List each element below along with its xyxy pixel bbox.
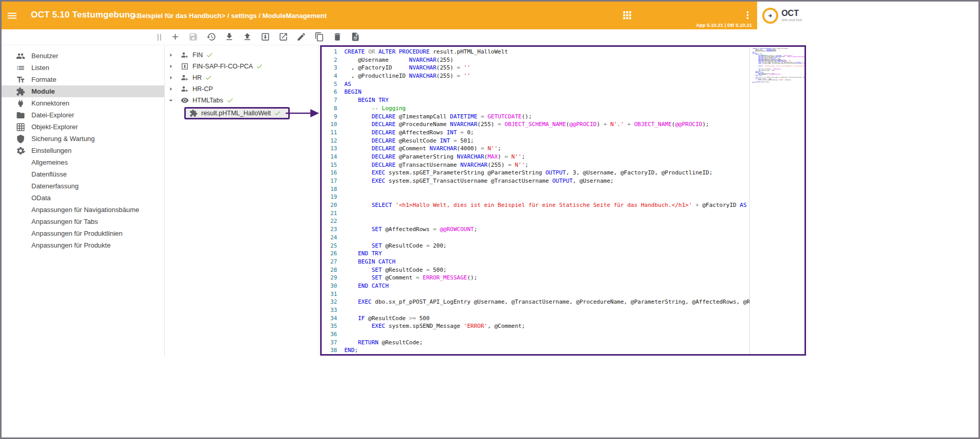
code-line[interactable]: 35 EXEC system.spSEND_Message 'ERROR', @… — [322, 322, 750, 330]
delete-button[interactable] — [332, 32, 342, 42]
restore-button[interactable] — [206, 32, 216, 42]
list-icon — [16, 63, 25, 73]
export-button[interactable] — [278, 32, 288, 42]
sidebar-item-konnektoren[interactable]: Konnektoren — [2, 97, 164, 109]
code-line[interactable]: 32 EXEC dbo.sx_pf_pPOST_API_LogEntry @Us… — [322, 298, 750, 306]
sidebar-item-anpassungen-für-produkte[interactable]: Anpassungen für Produkte — [2, 239, 164, 251]
code-line[interactable]: 13 DECLARE @Comment NVARCHAR(4000) = N''… — [322, 145, 750, 153]
upload-button[interactable] — [242, 32, 252, 42]
sidebar-item-label: Sicherung & Wartung — [31, 135, 95, 143]
code-line[interactable]: 30 END CATCH — [322, 282, 750, 290]
tree-item-hr[interactable]: HR — [165, 72, 319, 83]
code-editor[interactable]: 1CREATE OR ALTER PROCEDURE result.pHTML_… — [320, 45, 806, 356]
shield-icon — [16, 134, 25, 144]
minimap-line: END; — [752, 82, 804, 83]
sidebar-item-anpassungen-für-navigationsbäume[interactable]: Anpassungen für Navigationsbäume — [2, 204, 164, 216]
sidebar-item-anpassungen-für-produktlinien[interactable]: Anpassungen für Produktlinien — [2, 227, 164, 239]
arrow-down-icon[interactable] — [167, 96, 175, 104]
code-line[interactable]: 26 END TRY — [322, 250, 750, 258]
code-line[interactable]: 2 @Username NVARCHAR(255) — [322, 56, 750, 64]
line-number: 19 — [322, 193, 337, 201]
code-line[interactable]: 18 — [322, 185, 750, 194]
sidebar-item-benutzer[interactable]: Benutzer — [2, 50, 164, 62]
sidebar-item-module[interactable]: Module — [2, 85, 164, 97]
line-number: 20 — [322, 201, 337, 209]
sidebar-item-listen[interactable]: Listen — [2, 62, 164, 74]
caret-down-icon[interactable] — [19, 147, 28, 156]
tree-item-hr-cp[interactable]: HR-CP — [165, 83, 319, 95]
sidebar-item-allgemeines[interactable]: Allgemeines — [2, 156, 164, 168]
tree-item-htmltabs[interactable]: HTMLTabs — [165, 95, 319, 106]
hamburger-menu-icon[interactable] — [6, 10, 18, 22]
tree-item-fin[interactable]: FIN — [165, 49, 319, 61]
code-line[interactable]: 33 — [322, 306, 750, 314]
sidebar-item-odata[interactable]: OData — [2, 192, 164, 204]
edit-button[interactable] — [296, 32, 306, 42]
panel-splitter-handle[interactable] — [157, 34, 161, 41]
code-line[interactable]: 24 — [322, 234, 750, 242]
version-label: App 5.10.21 | DB 5.10.21 — [696, 22, 752, 28]
import-button[interactable] — [260, 32, 270, 42]
person-gear-icon — [181, 85, 189, 93]
code-line[interactable]: 25 SET @ResultCode = 200; — [322, 242, 750, 250]
sidebar-item-datenflüsse[interactable]: Datenflüsse — [2, 168, 164, 180]
code-line[interactable]: 4 , @ProductlineID NVARCHAR(255) = '' — [322, 72, 750, 80]
code-line[interactable]: 21 — [322, 209, 750, 218]
code-line[interactable]: 9 DECLARE @TimestampCall DATETIME = GETU… — [322, 113, 750, 121]
tree-item-result-phtml-hallowelt[interactable]: result.pHTML_HalloWelt — [165, 106, 319, 120]
code-line[interactable]: 14 DECLARE @ParameterString NVARCHAR(MAX… — [322, 153, 750, 161]
save-button[interactable] — [188, 32, 198, 42]
code-line[interactable]: 11 DECLARE @AffectedRows INT = 0; — [322, 129, 750, 137]
code-line[interactable]: 38END; — [322, 346, 750, 354]
screenshot-frame: OCT 5.10 Testumgebung <Beispiel für das … — [0, 0, 980, 439]
code-line[interactable]: 6BEGIN — [322, 88, 750, 96]
sidebar-item-datenerfassung[interactable]: Datenerfassung — [2, 180, 164, 192]
sidebar-item-anpassungen-für-tabs[interactable]: Anpassungen für Tabs — [2, 216, 164, 227]
code-line[interactable]: 27 BEGIN CATCH — [322, 258, 750, 266]
code-line[interactable]: 36 — [322, 330, 750, 339]
arrow-right-icon[interactable] — [167, 85, 175, 93]
copy-button[interactable] — [314, 32, 324, 42]
arrow-right-icon[interactable] — [167, 62, 175, 71]
code-line[interactable]: 19 — [322, 193, 750, 201]
code-line[interactable]: 37 RETURN @ResultCode; — [322, 339, 750, 347]
code-lines[interactable]: 1CREATE OR ALTER PROCEDURE result.pHTML_… — [322, 47, 750, 354]
code-line[interactable]: 5AS — [322, 80, 750, 89]
line-number: 30 — [322, 282, 337, 290]
code-line[interactable]: 22 — [322, 217, 750, 225]
code-line[interactable]: 1CREATE OR ALTER PROCEDURE result.pHTML_… — [322, 48, 750, 56]
add-button[interactable] — [170, 32, 180, 42]
arrow-right-icon[interactable] — [167, 74, 175, 82]
download-button[interactable] — [224, 32, 234, 42]
arrow-right-icon[interactable] — [167, 51, 175, 59]
sidebar-item-sicherung-wartung[interactable]: Sicherung & Wartung — [2, 133, 164, 145]
more-vert-icon[interactable] — [742, 9, 754, 21]
sidebar-item-objekt-explorer[interactable]: Objekt-Explorer — [2, 121, 164, 133]
code-line[interactable]: 7 BEGIN TRY — [322, 96, 750, 104]
sidebar-item-label: Module — [31, 87, 55, 95]
code-line[interactable]: 34 IF @ResultCode >= 500 — [322, 314, 750, 323]
apps-grid-icon[interactable] — [621, 9, 633, 21]
code-line[interactable]: 29 SET @Comment = ERROR_MESSAGE(); — [322, 274, 750, 282]
code-line[interactable]: 16 EXEC system.spGET_ParameterString @Pa… — [322, 169, 750, 177]
download-icon — [224, 32, 234, 42]
line-number: 34 — [322, 314, 337, 323]
file-copy-button[interactable] — [350, 32, 360, 42]
line-number: 9 — [322, 113, 337, 121]
code-line[interactable]: 3 , @FactoryID NVARCHAR(255) = '' — [322, 64, 750, 72]
code-line[interactable]: 23 SET @AffectedRows = @@ROWCOUNT; — [322, 225, 750, 234]
code-line[interactable]: 17 EXEC system.spGET_TransactUsername @T… — [322, 177, 750, 185]
code-line[interactable]: 12 DECLARE @ResultCode INT = 501; — [322, 137, 750, 145]
code-line[interactable]: 20 SELECT '<h1>Hallo Welt, dies ist ein … — [322, 201, 750, 209]
sidebar-item-datei-explorer[interactable]: Datei-Explorer — [2, 109, 164, 121]
code-line[interactable]: 15 DECLARE @TransactUsername NVARCHAR(25… — [322, 161, 750, 169]
sidebar-item-einstellungen[interactable]: Einstellungen — [2, 145, 164, 156]
code-line[interactable]: 8 -- Logging — [322, 104, 750, 113]
code-line[interactable]: 10 DECLARE @ProcedureName NVARCHAR(255) … — [322, 120, 750, 129]
minimap[interactable]: CREATE OR ALTER PROCEDURE result.pHTML_H… — [750, 47, 804, 83]
code-line[interactable]: 31 — [322, 290, 750, 298]
code-line[interactable]: 28 SET @ResultCode = 500; — [322, 266, 750, 274]
tree-item-fin-sap-fi-co-pca[interactable]: FIN-SAP-FI-CO-PCA — [165, 61, 319, 72]
line-number: 15 — [322, 161, 337, 169]
sidebar-item-formate[interactable]: Formate — [2, 74, 164, 85]
